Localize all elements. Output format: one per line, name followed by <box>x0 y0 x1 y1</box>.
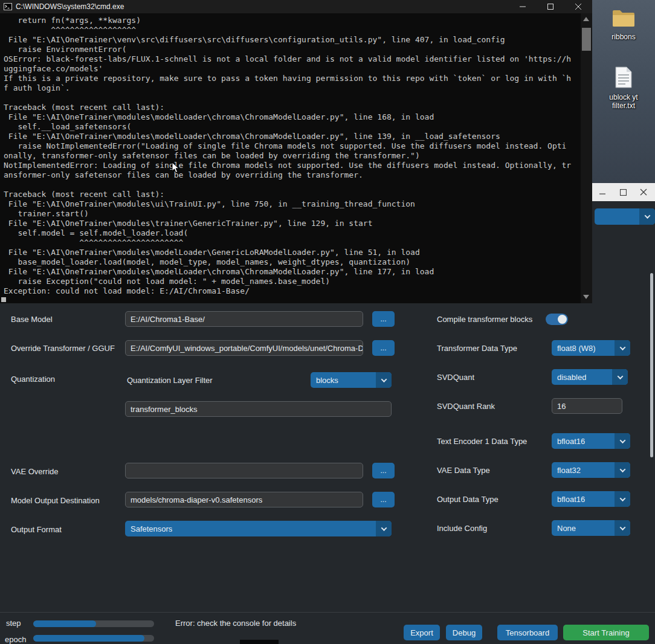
app-close-button[interactable] <box>633 183 654 201</box>
statusbar-divider <box>0 612 655 613</box>
minimize-icon <box>599 188 606 196</box>
epoch-progress-fill <box>33 635 144 642</box>
model-output-destination-browse-button[interactable]: ... <box>372 492 395 507</box>
cmd-minimize-button[interactable] <box>509 0 537 13</box>
cmd-titlebar[interactable]: C:\WINDOWS\system32\cmd.exe <box>0 0 592 13</box>
chevron-down-icon <box>376 372 392 388</box>
cmd-scrollbar-thumb[interactable] <box>582 28 591 51</box>
base-model-label: Base Model <box>11 315 53 324</box>
app-scrollbar[interactable] <box>650 273 653 457</box>
compile-transformer-blocks-toggle[interactable] <box>546 314 568 325</box>
step-progress-bar <box>33 620 154 627</box>
override-transformer-label: Override Transformer / GGUF <box>11 344 115 353</box>
maximize-icon <box>547 4 553 10</box>
desktop-icon-label: ribbons <box>601 33 647 41</box>
output-data-type-label: Output Data Type <box>437 495 499 504</box>
maximize-icon <box>620 189 627 196</box>
desktop-icon-ribbons[interactable]: ribbons <box>592 7 655 41</box>
transformer-data-type-value: float8 (W8) <box>552 344 596 353</box>
start-training-button[interactable]: Start Training <box>563 625 649 640</box>
hidden-dropdown-fragment[interactable] <box>595 208 655 225</box>
base-model-browse-button[interactable]: ... <box>372 311 395 327</box>
app-minimize-button[interactable] <box>592 183 613 201</box>
layer-filter-text-input[interactable]: transformer_blocks <box>125 401 392 417</box>
cmd-window-title: C:\WINDOWS\system32\cmd.exe <box>16 2 124 11</box>
quantization-layer-filter-label: Quantization Layer Filter <box>127 376 213 385</box>
text-file-icon <box>615 66 632 91</box>
vae-override-browse-button[interactable]: ... <box>372 463 395 478</box>
step-label: step <box>6 619 21 628</box>
chevron-down-icon <box>615 491 630 507</box>
taskbar-fragment <box>240 640 279 644</box>
output-data-type-value: bfloat16 <box>552 495 585 504</box>
app-window-titlebar-fragment <box>592 183 655 201</box>
output-format-label: Output Format <box>11 525 62 534</box>
override-transformer-input[interactable]: E:/AI/ComfyUI_windows_portable/ComfyUI/m… <box>125 340 363 356</box>
vae-data-type-select[interactable]: float32 <box>552 462 630 478</box>
vae-data-type-value: float32 <box>552 466 581 475</box>
toggle-knob <box>558 315 567 324</box>
chevron-down-icon <box>615 340 630 356</box>
base-model-input[interactable]: E:/AI/Chroma1-Base/ <box>125 311 363 327</box>
include-config-value: None <box>552 524 576 533</box>
screen: ribbons ublock yt filter.txt <box>0 0 655 644</box>
chevron-down-icon <box>612 369 628 385</box>
chevron-down-icon <box>615 462 630 478</box>
output-data-type-select[interactable]: bfloat16 <box>552 491 630 507</box>
quantization-layer-filter-value: blocks <box>311 376 338 385</box>
step-progress-fill <box>33 620 96 627</box>
cmd-console: return fn(*args, **kwargs) ^^^^^^^^^^^^^… <box>0 13 581 303</box>
include-config-label: Include Config <box>437 524 487 533</box>
chevron-down-icon <box>615 520 630 536</box>
text-encoder-1-data-type-label: Text Encoder 1 Data Type <box>437 437 527 446</box>
minimize-icon <box>520 4 526 10</box>
quantization-label: Quantization <box>11 375 55 384</box>
scroll-up-icon[interactable] <box>583 17 589 21</box>
chevron-down-icon <box>615 433 630 449</box>
output-format-select[interactable]: Safetensors <box>125 521 392 536</box>
include-config-select[interactable]: None <box>552 520 630 536</box>
status-error-text: Error: check the console for details <box>175 619 296 628</box>
svdquant-label: SVDQuant <box>437 373 474 382</box>
compile-transformer-blocks-label: Compile transformer blocks <box>437 315 532 324</box>
vae-override-input[interactable] <box>125 463 363 478</box>
svdquant-select[interactable]: disabled <box>552 369 628 385</box>
chevron-down-icon <box>639 208 655 225</box>
override-transformer-browse-button[interactable]: ... <box>372 340 395 356</box>
svdquant-rank-label: SVDQuant Rank <box>437 402 495 411</box>
cmd-maximize-button[interactable] <box>537 0 564 13</box>
cmd-icon <box>4 2 12 11</box>
desktop-icon-ublock-filter[interactable]: ublock yt filter.txt <box>592 66 655 110</box>
transformer-data-type-label: Transformer Data Type <box>437 344 517 353</box>
mouse-cursor <box>172 162 180 176</box>
export-button[interactable]: Export <box>404 625 440 640</box>
text-encoder-1-data-type-select[interactable]: bfloat16 <box>552 433 630 449</box>
console-output: return fn(*args, **kwargs) ^^^^^^^^^^^^^… <box>0 13 581 296</box>
folder-icon <box>611 7 636 30</box>
epoch-progress-bar <box>33 635 154 642</box>
scroll-down-icon[interactable] <box>583 295 589 299</box>
svdquant-value: disabled <box>552 373 586 382</box>
quantization-layer-filter-select[interactable]: blocks <box>311 372 392 388</box>
chevron-down-icon <box>376 521 392 536</box>
text-encoder-1-data-type-value: bfloat16 <box>552 437 585 446</box>
epoch-label: epoch <box>5 635 26 644</box>
debug-button[interactable]: Debug <box>446 625 482 640</box>
cmd-close-button[interactable] <box>564 0 592 13</box>
app-maximize-button[interactable] <box>613 183 633 201</box>
tensorboard-button[interactable]: Tensorboard <box>497 625 558 640</box>
transformer-data-type-select[interactable]: float8 (W8) <box>552 340 630 356</box>
console-caret <box>1 297 6 302</box>
vae-data-type-label: VAE Data Type <box>437 466 490 475</box>
vae-override-label: VAE Override <box>11 467 59 476</box>
close-icon <box>575 4 581 10</box>
svdquant-rank-input[interactable]: 16 <box>552 398 622 414</box>
model-output-destination-input[interactable]: models/chroma-diaper-v0.safetensors <box>125 492 363 507</box>
arrow-cursor-icon <box>172 162 180 174</box>
close-icon <box>640 188 647 196</box>
output-format-value: Safetensors <box>125 524 172 533</box>
desktop-icon-label: ublock yt filter.txt <box>601 93 647 110</box>
cmd-scrollbar[interactable] <box>581 13 592 303</box>
model-output-destination-label: Model Output Destination <box>11 496 100 505</box>
